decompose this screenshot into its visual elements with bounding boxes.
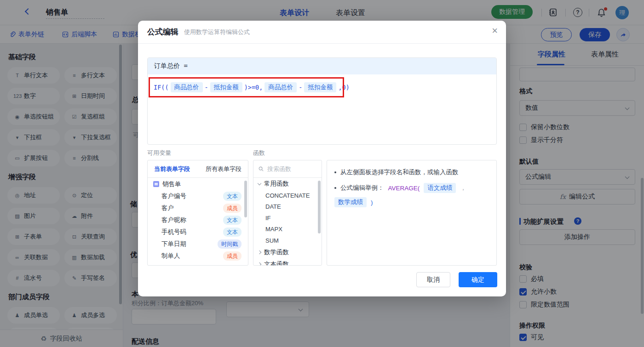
- variable-name: 制单人: [161, 252, 180, 260]
- field-token[interactable]: 商品总价: [171, 82, 203, 92]
- formula-edit-modal: 公式编辑 使用数学运算符编辑公式 × 订单总价 = IF(( 商品总价 - 抵扣…: [138, 21, 506, 296]
- formula-input-area[interactable]: IF(( 商品总价 - 抵扣金额 )>=0, 商品总价 - 抵扣金额 ,0): [148, 74, 496, 100]
- modal-subtitle: 使用数学运算符编辑公式: [184, 28, 250, 36]
- functions-scrollbar[interactable]: [318, 181, 321, 233]
- search-icon: [258, 166, 264, 172]
- chevron-right-icon: [258, 250, 261, 254]
- function-group-name: 常用函数: [264, 180, 289, 188]
- chevron-down-icon: [258, 181, 261, 185]
- tab-current-form-fields[interactable]: 当前表单字段: [154, 165, 190, 173]
- variable-type-badge: 文本: [223, 216, 242, 225]
- formula-code: IF((: [154, 84, 169, 91]
- cancel-button[interactable]: 取消: [416, 272, 450, 287]
- formula-target-field: 订单总价 =: [148, 58, 496, 74]
- function-group-name: 数学函数: [264, 248, 289, 256]
- functions-panel: 常用函数CONCATENATEDATEIFMAPXSUM数学函数文本函数: [253, 160, 322, 266]
- function-item[interactable]: MAPX: [253, 224, 322, 235]
- variable-row[interactable]: 客户编号文本: [148, 190, 248, 202]
- variable-type-badge: 成员: [223, 204, 242, 213]
- field-token[interactable]: 商品总价: [264, 82, 297, 92]
- variable-name: 手机号码: [161, 228, 186, 236]
- variable-row[interactable]: 客户昵称文本: [148, 214, 248, 226]
- function-item[interactable]: DATE: [253, 201, 322, 213]
- confirm-button[interactable]: 确定: [459, 272, 497, 287]
- bullet-icon: [334, 187, 336, 189]
- variable-row[interactable]: 制单人成员: [148, 250, 248, 262]
- field-token[interactable]: 抵扣金额: [210, 82, 242, 92]
- function-search-input[interactable]: [267, 165, 313, 172]
- variable-name: 客户编号: [161, 192, 186, 200]
- function-group[interactable]: 文本函数: [253, 258, 322, 266]
- chevron-right-icon: [258, 262, 261, 266]
- field-token[interactable]: 抵扣金额: [304, 82, 336, 92]
- function-group[interactable]: 数学函数: [253, 246, 322, 258]
- bullet-icon: [334, 171, 336, 173]
- tab-all-form-fields[interactable]: 所有表单字段: [206, 165, 242, 173]
- variable-row[interactable]: 下单日期时间戳: [148, 238, 248, 250]
- help-panel: 从左侧面板选择字段名和函数，或输入函数 公式编辑举例： AVERAGE( 语文成…: [327, 160, 497, 266]
- variable-name: 下单日期: [161, 240, 186, 248]
- example-token: 语文成绩: [424, 183, 456, 193]
- form-tree-root[interactable]: 销售单: [148, 178, 248, 190]
- function-search[interactable]: [253, 160, 322, 178]
- function-item[interactable]: SUM: [253, 235, 322, 246]
- example-function: AVERAGE(: [388, 185, 420, 192]
- variables-scrollbar[interactable]: [244, 181, 247, 217]
- formula-operator: -: [299, 84, 302, 91]
- variables-panel: 当前表单字段 所有表单字段 销售单 客户编号文本客户成员客户昵称文本手机号码文本…: [147, 160, 248, 266]
- variable-name: 客户昵称: [161, 216, 186, 224]
- modal-title: 公式编辑: [147, 27, 178, 37]
- variable-type-badge: 文本: [223, 228, 242, 237]
- function-group-name: 文本函数: [264, 260, 289, 266]
- form-doc-icon: [153, 181, 159, 187]
- variables-tabs: 当前表单字段 所有表单字段: [148, 160, 248, 178]
- help-example-line: 公式编辑举例： AVERAGE( 语文成绩 ， 数学成绩 ): [334, 183, 489, 207]
- formula-operator: -: [205, 84, 208, 91]
- help-line: 从左侧面板选择字段名和函数，或输入函数: [334, 168, 489, 176]
- example-token: 数学成绩: [334, 197, 367, 207]
- variables-label: 可用变量: [147, 149, 171, 157]
- function-group[interactable]: 常用函数: [253, 178, 322, 190]
- functions-label: 函数: [253, 149, 265, 157]
- function-item[interactable]: IF: [253, 212, 322, 224]
- variable-type-badge: 文本: [223, 192, 242, 201]
- variable-type-badge: 时间戳: [218, 239, 242, 249]
- formula-editor: 订单总价 = IF(( 商品总价 - 抵扣金额 )>=0, 商品总价 - 抵扣金…: [147, 57, 497, 145]
- variable-name: 客户: [161, 204, 174, 212]
- formula-code: )>=0,: [244, 84, 263, 91]
- function-item[interactable]: CONCATENATE: [253, 190, 322, 201]
- formula-code: ,0): [338, 84, 349, 91]
- modal-header: 公式编辑 使用数学运算符编辑公式: [138, 21, 506, 44]
- variable-type-badge: 成员: [223, 251, 242, 261]
- variable-row[interactable]: 客户成员: [148, 202, 248, 214]
- close-icon[interactable]: ×: [492, 26, 498, 36]
- variable-row[interactable]: 手机号码文本: [148, 226, 248, 238]
